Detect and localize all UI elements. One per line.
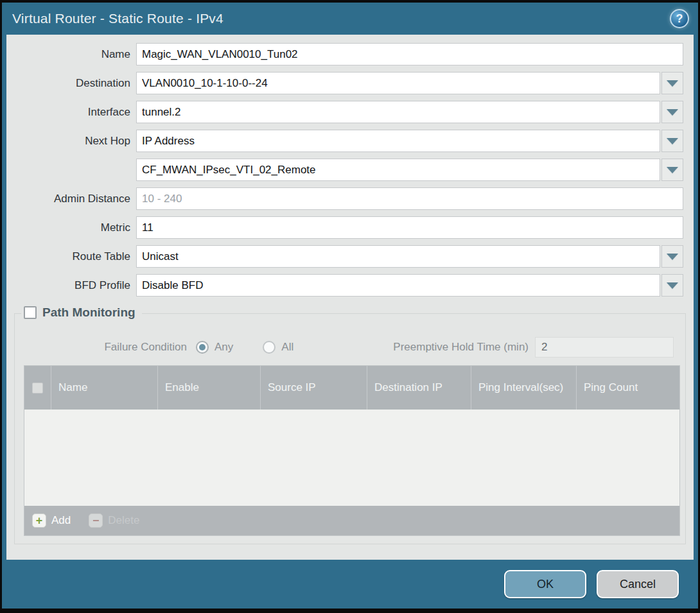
add-button[interactable]: + Add bbox=[32, 514, 71, 528]
admin-distance-input[interactable] bbox=[136, 187, 683, 210]
column-header-name[interactable]: Name bbox=[51, 366, 158, 410]
admin-distance-label: Admin Distance bbox=[10, 187, 136, 210]
delete-button-label: Delete bbox=[108, 514, 139, 527]
dialog-title: Virtual Router - Static Route - IPv4 bbox=[12, 11, 223, 26]
path-monitoring-legend: Path Monitoring bbox=[21, 306, 142, 320]
cancel-button[interactable]: Cancel bbox=[597, 570, 679, 598]
delete-button: − Delete bbox=[89, 514, 139, 528]
next-hop-label: Next Hop bbox=[10, 130, 136, 152]
chevron-down-icon bbox=[667, 138, 678, 144]
preemptive-hold-time-input[interactable] bbox=[535, 337, 674, 358]
table-toolbar: + Add − Delete bbox=[24, 506, 679, 535]
destination-row: Destination bbox=[10, 72, 683, 94]
destination-dropdown-button[interactable] bbox=[661, 72, 683, 94]
column-header-ping-count[interactable]: Ping Count bbox=[577, 366, 679, 410]
name-input[interactable] bbox=[136, 43, 683, 65]
add-button-label: Add bbox=[51, 514, 71, 527]
column-header-destination-ip[interactable]: Destination IP bbox=[367, 366, 471, 410]
ok-button[interactable]: OK bbox=[504, 570, 586, 598]
failure-condition-any-label: Any bbox=[214, 341, 233, 354]
path-monitoring-section: Path Monitoring Failure Condition Any Al… bbox=[14, 313, 686, 544]
failure-condition-row: Failure Condition Any All Preemptive Hol… bbox=[24, 336, 681, 359]
failure-condition-all-label: All bbox=[281, 341, 293, 354]
chevron-down-icon bbox=[667, 167, 678, 173]
bfd-profile-dropdown-button[interactable] bbox=[661, 274, 683, 297]
title-bar: Virtual Router - Static Route - IPv4 ? bbox=[2, 3, 698, 35]
dialog-body: Name Destination Interface bbox=[6, 35, 694, 560]
bfd-profile-input[interactable] bbox=[136, 274, 660, 297]
table-header-row: Name Enable Source IP Destination IP Pin… bbox=[24, 366, 679, 410]
dialog-footer: OK Cancel bbox=[2, 560, 698, 609]
help-icon[interactable]: ? bbox=[670, 9, 689, 28]
failure-condition-any-radio[interactable] bbox=[196, 341, 209, 354]
chevron-down-icon bbox=[667, 254, 678, 260]
admin-distance-row: Admin Distance bbox=[10, 187, 683, 210]
next-hop-type-input[interactable] bbox=[136, 130, 660, 152]
select-all-checkbox[interactable] bbox=[32, 383, 43, 393]
failure-condition-all-radio[interactable] bbox=[263, 341, 276, 354]
route-table-row: Route Table bbox=[10, 245, 683, 268]
next-hop-address-input[interactable] bbox=[136, 159, 660, 181]
bfd-profile-label: BFD Profile bbox=[10, 274, 136, 297]
metric-input[interactable] bbox=[136, 216, 683, 239]
interface-row: Interface bbox=[10, 101, 683, 123]
column-header-enable[interactable]: Enable bbox=[158, 366, 261, 410]
bfd-profile-row: BFD Profile bbox=[10, 274, 683, 297]
next-hop-row: Next Hop bbox=[10, 130, 683, 152]
name-row: Name bbox=[10, 43, 683, 65]
destination-label: Destination bbox=[10, 72, 136, 94]
dialog-window: Virtual Router - Static Route - IPv4 ? N… bbox=[0, 0, 700, 613]
preemptive-hold-time-label: Preemptive Hold Time (min) bbox=[393, 341, 535, 354]
table-body-empty bbox=[24, 410, 679, 506]
dialog-frame: Virtual Router - Static Route - IPv4 ? N… bbox=[2, 3, 698, 609]
path-monitoring-table: Name Enable Source IP Destination IP Pin… bbox=[24, 365, 680, 536]
route-table-dropdown-button[interactable] bbox=[661, 245, 683, 268]
next-hop-type-dropdown-button[interactable] bbox=[661, 130, 683, 152]
metric-row: Metric bbox=[10, 216, 683, 239]
interface-label: Interface bbox=[10, 101, 136, 123]
path-monitoring-checkbox[interactable] bbox=[24, 306, 37, 319]
column-header-source-ip[interactable]: Source IP bbox=[261, 366, 367, 410]
next-hop-address-label bbox=[10, 159, 136, 181]
chevron-down-icon bbox=[667, 109, 678, 116]
name-label: Name bbox=[10, 43, 136, 65]
minus-icon: − bbox=[89, 514, 103, 528]
next-hop-address-dropdown-button[interactable] bbox=[661, 159, 683, 181]
interface-input[interactable] bbox=[136, 101, 660, 123]
interface-dropdown-button[interactable] bbox=[661, 101, 683, 123]
column-header-ping-interval[interactable]: Ping Interval(sec) bbox=[471, 366, 577, 410]
select-all-cell bbox=[24, 366, 51, 410]
destination-input[interactable] bbox=[136, 72, 660, 94]
route-table-label: Route Table bbox=[10, 245, 136, 268]
metric-label: Metric bbox=[10, 216, 136, 239]
chevron-down-icon bbox=[667, 80, 678, 87]
plus-icon: + bbox=[32, 514, 46, 528]
next-hop-address-row bbox=[10, 159, 683, 181]
failure-condition-label: Failure Condition bbox=[24, 341, 196, 354]
route-table-input[interactable] bbox=[136, 245, 660, 268]
chevron-down-icon bbox=[667, 282, 678, 289]
path-monitoring-title: Path Monitoring bbox=[42, 306, 136, 320]
static-route-form: Name Destination Interface bbox=[6, 35, 694, 299]
